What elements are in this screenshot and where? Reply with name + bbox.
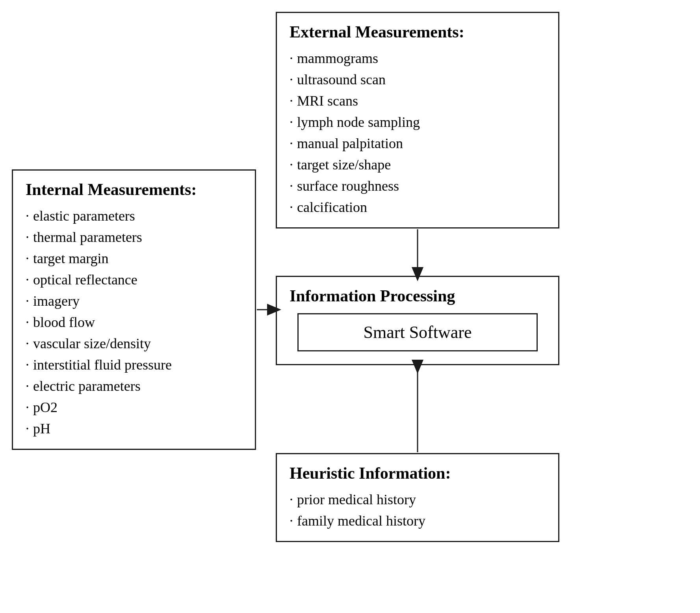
- list-item: blood flow: [26, 312, 242, 333]
- list-item: target margin: [26, 248, 242, 269]
- external-measurements-box: External Measurements: mammograms ultras…: [276, 12, 559, 228]
- internal-measurements-box: Internal Measurements: elastic parameter…: [12, 169, 256, 450]
- list-item: target size/shape: [290, 154, 546, 175]
- heuristic-information-title: Heuristic Information:: [290, 464, 546, 483]
- list-item: surface roughness: [290, 175, 546, 197]
- external-measurements-list: mammograms ultrasound scan MRI scans lym…: [290, 48, 546, 218]
- list-item: mammograms: [290, 48, 546, 69]
- diagram-container: Internal Measurements: elastic parameter…: [0, 0, 700, 613]
- list-item: optical reflectance: [26, 269, 242, 290]
- list-item: electric parameters: [26, 375, 242, 397]
- heuristic-information-list: prior medical history family medical his…: [290, 489, 546, 531]
- internal-measurements-list: elastic parameters thermal parameters ta…: [26, 205, 242, 439]
- internal-measurements-title: Internal Measurements:: [26, 180, 242, 199]
- list-item: imagery: [26, 290, 242, 312]
- list-item: MRI scans: [290, 90, 546, 111]
- list-item: calcification: [290, 197, 546, 218]
- list-item: thermal parameters: [26, 227, 242, 248]
- smart-software-label: Smart Software: [364, 323, 472, 342]
- list-item: elastic parameters: [26, 205, 242, 227]
- list-item: interstitial fluid pressure: [26, 354, 242, 375]
- list-item: vascular size/density: [26, 333, 242, 354]
- list-item: family medical history: [290, 510, 546, 531]
- list-item: manual palpitation: [290, 133, 546, 154]
- information-processing-title: Information Processing: [290, 286, 546, 305]
- list-item: lymph node sampling: [290, 111, 546, 133]
- smart-software-box: Smart Software: [297, 313, 538, 351]
- list-item: prior medical history: [290, 489, 546, 510]
- heuristic-information-box: Heuristic Information: prior medical his…: [276, 453, 559, 542]
- information-processing-box: Information Processing Smart Software: [276, 276, 559, 365]
- list-item: pH: [26, 418, 242, 439]
- external-measurements-title: External Measurements:: [290, 22, 546, 41]
- list-item: pO2: [26, 397, 242, 418]
- list-item: ultrasound scan: [290, 69, 546, 90]
